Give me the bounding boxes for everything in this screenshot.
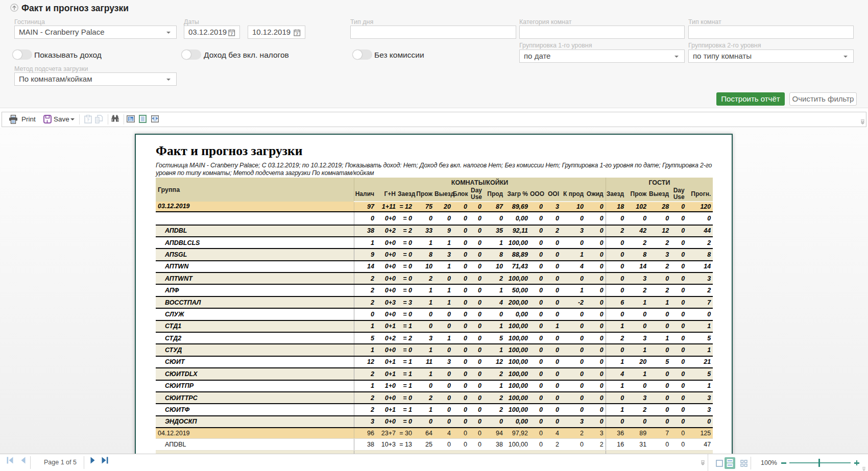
svg-text:?: ?	[87, 117, 90, 122]
svg-text:7: 7	[231, 32, 233, 36]
svg-text:7: 7	[296, 32, 298, 36]
